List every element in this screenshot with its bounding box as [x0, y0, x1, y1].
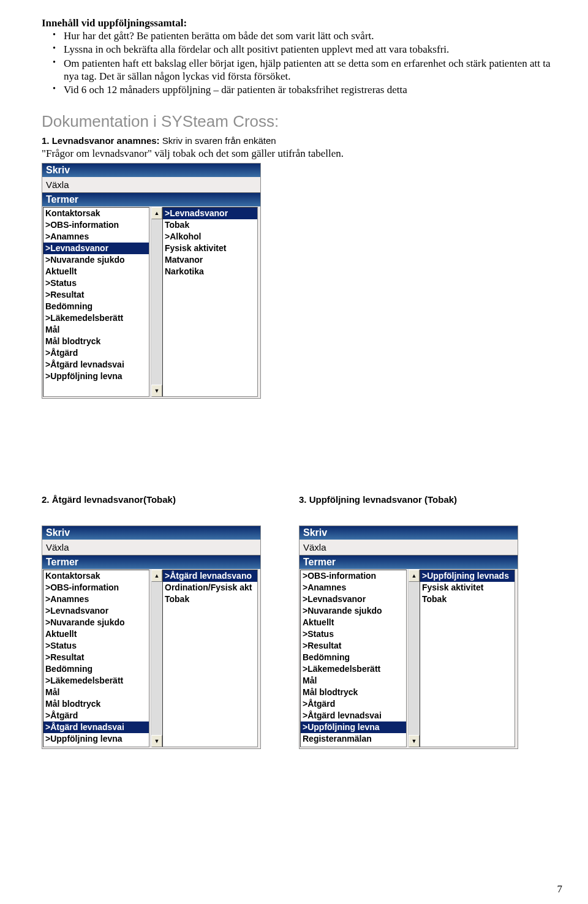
list-item[interactable]: >Status [43, 277, 149, 289]
list-item[interactable]: >OBS-information [43, 219, 149, 231]
panel-title: Skriv [42, 164, 260, 177]
list-item[interactable]: Tobak [420, 593, 514, 605]
list-item[interactable]: Kontaktorsak [43, 570, 149, 582]
list-item[interactable]: >Anamnes [43, 231, 149, 243]
list-item: Vid 6 och 12 månaders uppföljning – där … [53, 83, 564, 96]
step2-heading: 2. Åtgärd levnadsvanor(Tobak) [42, 494, 262, 505]
panel-sub: Växla [42, 540, 260, 555]
list-item[interactable]: >Nuvarande sjukdo [301, 605, 406, 617]
scroll-down-icon[interactable]: ▼ [151, 735, 162, 747]
screenshot-panel-3: Skriv Växla Termer >OBS-information>Anam… [299, 525, 518, 749]
list-item: Om patienten haft ett bakslag eller börj… [53, 57, 564, 83]
scroll-up-icon[interactable]: ▲ [151, 207, 162, 219]
bullet-list: Hur har det gått? Be patienten berätta o… [42, 29, 564, 96]
list-item[interactable]: >Levnadsvanor [163, 208, 257, 219]
term-list-right[interactable]: >LevnadsvanorTobak>AlkoholFysisk aktivit… [162, 207, 258, 397]
list-item[interactable]: >OBS-information [43, 582, 149, 593]
list-item[interactable]: >Resultat [301, 640, 406, 652]
list-item[interactable]: Tobak [163, 593, 257, 605]
term-list-left[interactable]: Kontaktorsak>OBS-information>Anamnes>Lev… [43, 207, 149, 397]
panel-sub: Växla [300, 540, 518, 555]
list-item[interactable]: >Nuvarande sjukdo [43, 617, 149, 628]
panel-header: Termer [42, 192, 260, 206]
list-item[interactable]: Bedömning [301, 652, 406, 663]
list-item[interactable]: Mål blodtryck [301, 687, 406, 698]
panel-title: Skriv [300, 526, 518, 540]
list-item[interactable]: Registeranmälan [301, 733, 406, 745]
doc-heading: Dokumentation i SYSteam Cross: [42, 112, 564, 131]
step3-heading: 3. Uppföljning levnadsvanor (Tobak) [299, 494, 519, 505]
scrollbar[interactable]: ▲ ▼ [408, 570, 420, 747]
list-item[interactable]: >Status [301, 628, 406, 640]
list-item[interactable]: Mål [43, 687, 149, 698]
scroll-down-icon[interactable]: ▼ [151, 385, 162, 397]
list-item[interactable]: Aktuellt [301, 617, 406, 628]
list-item[interactable]: >Uppföljning levna [43, 371, 149, 382]
list-item[interactable]: >Levnadsvanor [43, 605, 149, 617]
list-item[interactable]: >Alkohol [163, 231, 257, 243]
term-list-right[interactable]: >Åtgärd levnadsvanoOrdination/Fysisk akt… [162, 570, 258, 747]
scroll-up-icon[interactable]: ▲ [151, 570, 162, 582]
list-item[interactable]: Mål [301, 675, 406, 687]
list-item[interactable]: >Anamnes [301, 582, 406, 593]
step1-lead: 1. Levnadsvanor anamnes: [42, 135, 160, 146]
list-item[interactable]: >Läkemedelsberätt [43, 675, 149, 687]
list-item[interactable]: >OBS-information [301, 570, 406, 582]
panel-sub: Växla [42, 177, 260, 192]
list-item[interactable]: >Åtgärd levnadsvai [43, 721, 149, 733]
scrollbar[interactable]: ▲ ▼ [151, 570, 162, 747]
list-item: Hur har det gått? Be patienten berätta o… [53, 29, 564, 42]
screenshot-panel-1: Skriv Växla Termer Kontaktorsak>OBS-info… [42, 163, 261, 399]
list-item[interactable]: Matvanor [163, 254, 257, 266]
section-title: Innehåll vid uppföljningssamtal: [42, 17, 564, 29]
list-item[interactable]: >Resultat [43, 289, 149, 301]
list-item[interactable]: >Läkemedelsberätt [43, 312, 149, 324]
list-item[interactable]: >Åtgärd levnadsvai [43, 359, 149, 371]
screenshot-panel-2: Skriv Växla Termer Kontaktorsak>OBS-info… [42, 525, 261, 749]
list-item[interactable]: Fysisk aktivitet [163, 243, 257, 254]
scrollbar[interactable]: ▲ ▼ [151, 207, 162, 397]
list-item[interactable]: >Levnadsvanor [301, 593, 406, 605]
step1-text: 1. Levnadsvanor anamnes: Skriv in svaren… [42, 135, 564, 160]
panel-header: Termer [300, 555, 518, 569]
list-item[interactable]: >Åtgärd [43, 710, 149, 721]
list-item[interactable]: >Läkemedelsberätt [301, 663, 406, 675]
list-item[interactable]: >Åtgärd levnadsvano [163, 570, 257, 582]
list-item[interactable]: Kontaktorsak [43, 208, 149, 219]
term-list-left[interactable]: Kontaktorsak>OBS-information>Anamnes>Lev… [43, 570, 149, 747]
scroll-down-icon[interactable]: ▼ [409, 735, 420, 747]
list-item[interactable]: >Status [43, 640, 149, 652]
list-item[interactable]: >Uppföljning levna [301, 721, 406, 733]
list-item[interactable]: >Åtgärd levnadsvai [301, 710, 406, 721]
list-item[interactable]: >Uppföljning levnads [420, 570, 514, 582]
list-item[interactable]: Aktuellt [43, 266, 149, 277]
list-item[interactable]: >Nuvarande sjukdo [43, 254, 149, 266]
list-item[interactable]: >Åtgärd [301, 698, 406, 710]
list-item[interactable]: Mål blodtryck [43, 698, 149, 710]
step1-line2: "Frågor om levnadsvanor" välj tobak och … [42, 148, 344, 159]
list-item[interactable]: >Uppföljning levna [43, 733, 149, 745]
term-list-left[interactable]: >OBS-information>Anamnes>Levnadsvanor>Nu… [300, 570, 407, 747]
list-item[interactable]: Bedömning [43, 301, 149, 312]
list-item[interactable]: Bedömning [43, 663, 149, 675]
list-item[interactable]: Fysisk aktivitet [420, 582, 514, 593]
list-item[interactable]: Aktuellt [43, 628, 149, 640]
step1-rest: Skriv in svaren från enkäten [160, 135, 276, 146]
list-item[interactable]: >Anamnes [43, 593, 149, 605]
panel-header: Termer [42, 555, 260, 569]
list-item[interactable]: Narkotika [163, 266, 257, 277]
list-item[interactable]: Tobak [163, 219, 257, 231]
list-item[interactable]: Mål blodtryck [43, 336, 149, 347]
list-item[interactable]: >Levnadsvanor [43, 243, 149, 254]
list-item[interactable]: Mål [43, 324, 149, 336]
term-list-right[interactable]: >Uppföljning levnadsFysisk aktivitetToba… [420, 570, 515, 747]
list-item[interactable]: Ordination/Fysisk akt [163, 582, 257, 593]
list-item[interactable]: >Resultat [43, 652, 149, 663]
panel-title: Skriv [42, 526, 260, 540]
scroll-up-icon[interactable]: ▲ [409, 570, 420, 582]
list-item[interactable]: >Åtgärd [43, 347, 149, 359]
list-item: Lyssna in och bekräfta alla fördelar och… [53, 43, 564, 56]
